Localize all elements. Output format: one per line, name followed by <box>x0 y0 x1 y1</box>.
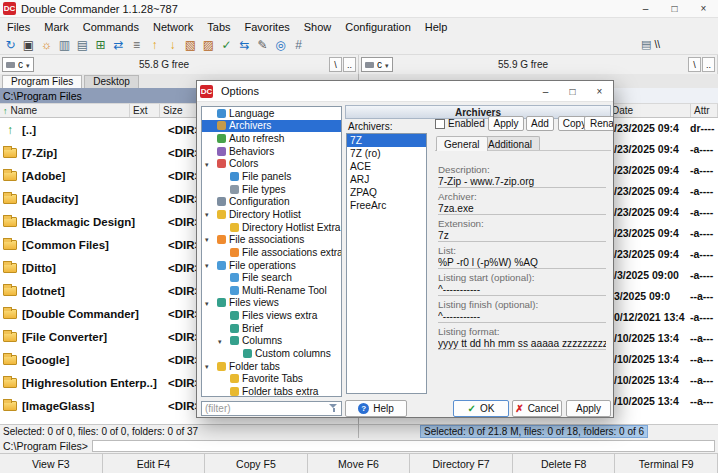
dialog-minimize-button[interactable]: – <box>532 81 559 101</box>
tab-program-files[interactable]: Program Files <box>2 75 82 88</box>
expander-icon[interactable] <box>205 233 209 244</box>
list-field[interactable]: %P -r0 l (-p%W) %AQ <box>438 256 606 269</box>
view-f3-button[interactable]: View F3 <box>0 454 103 473</box>
left-root-button[interactable]: \ <box>329 57 342 72</box>
directory-f7-button[interactable]: Directory F7 <box>410 454 513 473</box>
ok-button[interactable]: ✓ OK <box>453 400 509 417</box>
tree-item-favorite-tabs[interactable]: Favorite Tabs <box>202 372 341 385</box>
dialog-maximize-button[interactable]: □ <box>559 81 586 101</box>
listing-finish-field[interactable]: ^----------- <box>438 310 606 323</box>
menu-files[interactable]: Files <box>0 20 37 34</box>
tree-item-directory-hotlist-extra[interactable]: Directory Hotlist Extra <box>202 221 341 234</box>
terminal-icon[interactable]: ▣ <box>20 36 37 53</box>
tree-item-language[interactable]: Language <box>202 107 341 120</box>
sync-dirs-icon[interactable]: ⇆ <box>236 36 253 53</box>
tree-item-directory-hotlist[interactable]: Directory Hotlist <box>202 208 341 221</box>
copy-names-icon[interactable]: ≡ <box>128 36 145 53</box>
archiver-item-ace[interactable]: ACE <box>347 160 426 173</box>
tree-filter-input[interactable]: (filter) <box>201 401 342 416</box>
tree-item-auto-refresh[interactable]: Auto refresh <box>202 132 341 145</box>
archiver-add-button[interactable]: Add <box>526 116 554 131</box>
tree-item-colors[interactable]: Colors <box>202 158 341 171</box>
tree-item-files-views[interactable]: Files views <box>202 297 341 310</box>
archive-unpack-icon[interactable]: ▨ <box>200 36 217 53</box>
expander-icon[interactable] <box>205 208 209 219</box>
column-header-name[interactable]: Name <box>0 104 130 117</box>
menu-network[interactable]: Network <box>146 20 200 34</box>
refresh-icon[interactable]: ↻ <box>2 36 19 53</box>
right-drive-dropdown[interactable]: c <box>361 57 393 72</box>
search-icon[interactable]: ◎ <box>272 36 289 53</box>
menu-mark[interactable]: Mark <box>37 20 75 34</box>
menu-help[interactable]: Help <box>418 20 455 34</box>
checkbox-icon[interactable] <box>435 119 445 129</box>
options-icon[interactable]: ☼ <box>38 36 55 53</box>
menu-favorites[interactable]: Favorites <box>238 20 297 34</box>
tree-item-columns[interactable]: Columns <box>202 335 341 348</box>
archive-test-icon[interactable]: ✓ <box>218 36 235 53</box>
full-view-icon[interactable]: ▤ <box>74 36 91 53</box>
down-arrow-icon[interactable]: ↓ <box>164 36 181 53</box>
expander-icon[interactable] <box>205 297 209 308</box>
minimize-button[interactable]: – <box>631 0 660 17</box>
column-header-attr[interactable]: Attr <box>691 104 718 117</box>
delete-f8-button[interactable]: Delete F8 <box>513 454 616 473</box>
archiver-item-zpaq[interactable]: ZPAQ <box>347 186 426 199</box>
tree-item-brief[interactable]: Brief <box>202 322 341 335</box>
close-button[interactable]: × <box>689 0 718 17</box>
listing-format-field[interactable]: yyyy tt dd hh mm ss aaaaa zzzzzzzzzzzz p… <box>438 337 606 350</box>
tree-item-archivers[interactable]: Archivers <box>202 120 341 133</box>
command-input[interactable] <box>92 440 715 452</box>
archiver-item-arj[interactable]: ARJ <box>347 173 426 186</box>
tree-item-files-views-extra[interactable]: Files views extra <box>202 309 341 322</box>
archive-pack-icon[interactable]: ▧ <box>182 36 199 53</box>
listing-start-field[interactable]: ^----------- <box>438 283 606 296</box>
up-arrow-icon[interactable]: ↑ <box>146 36 163 53</box>
dialog-close-button[interactable]: × <box>586 81 613 101</box>
network-path[interactable]: ▤ \\ <box>641 38 660 51</box>
archiver-apply-button[interactable]: Apply <box>488 116 524 131</box>
tree-item-file-search[interactable]: File search <box>202 271 341 284</box>
menu-configuration[interactable]: Configuration <box>338 20 417 34</box>
tree-item-file-panels[interactable]: File panels <box>202 170 341 183</box>
column-header-ext[interactable]: Ext <box>130 104 160 117</box>
brief-view-icon[interactable]: ▥ <box>56 36 73 53</box>
help-button[interactable]: ? Help <box>345 400 407 417</box>
tree-item-file-associations[interactable]: File associations <box>202 233 341 246</box>
tree-item-custom-columns[interactable]: Custom columns <box>202 347 341 360</box>
tab-desktop[interactable]: Desktop <box>84 75 139 88</box>
archiver-item-7z[interactable]: 7Z <box>347 134 426 147</box>
archiver-item-7z-ro[interactable]: 7Z (ro) <box>347 147 426 160</box>
left-parent-button[interactable]: .. <box>343 57 356 72</box>
maximize-button[interactable]: □ <box>660 0 689 17</box>
terminal-f9-button[interactable]: Terminal F9 <box>615 454 718 473</box>
tab-general[interactable]: General <box>436 136 488 151</box>
enabled-checkbox[interactable]: Enabled <box>435 118 485 129</box>
swap-panels-icon[interactable]: ⇄ <box>110 36 127 53</box>
calculator-icon[interactable]: # <box>290 36 307 53</box>
tree-item-behaviors[interactable]: Behaviors <box>202 145 341 158</box>
expander-icon[interactable] <box>218 335 222 346</box>
move-f6-button[interactable]: Move F6 <box>308 454 411 473</box>
extension-field[interactable]: 7z <box>438 229 606 242</box>
apply-button[interactable]: Apply <box>566 400 611 417</box>
menu-show[interactable]: Show <box>297 20 339 34</box>
menu-tabs[interactable]: Tabs <box>200 20 237 34</box>
tree-item-file-types[interactable]: File types <box>202 183 341 196</box>
tree-item-folder-tabs[interactable]: Folder tabs <box>202 360 341 373</box>
left-drive-dropdown[interactable]: c <box>2 57 34 72</box>
archiver-field[interactable]: 7za.exe <box>438 202 606 215</box>
expander-icon[interactable] <box>205 158 209 169</box>
archiver-item-freearc[interactable]: FreeArc <box>347 199 426 212</box>
tree-item-configuration[interactable]: Configuration <box>202 195 341 208</box>
edit-f4-button[interactable]: Edit F4 <box>103 454 206 473</box>
tree-item-file-associations-extra[interactable]: File associations extra <box>202 246 341 259</box>
archiver-rename-button[interactable]: Rename <box>584 116 614 131</box>
tree-item-file-operations[interactable]: File operations <box>202 259 341 272</box>
copy-f5-button[interactable]: Copy F5 <box>205 454 308 473</box>
description-field[interactable]: 7-Zip - www.7-zip.org <box>438 175 606 188</box>
cancel-button[interactable]: ✗ Cancel <box>512 400 562 417</box>
menu-commands[interactable]: Commands <box>76 20 146 34</box>
expander-icon[interactable] <box>205 259 209 270</box>
right-parent-button[interactable]: .. <box>702 57 715 72</box>
